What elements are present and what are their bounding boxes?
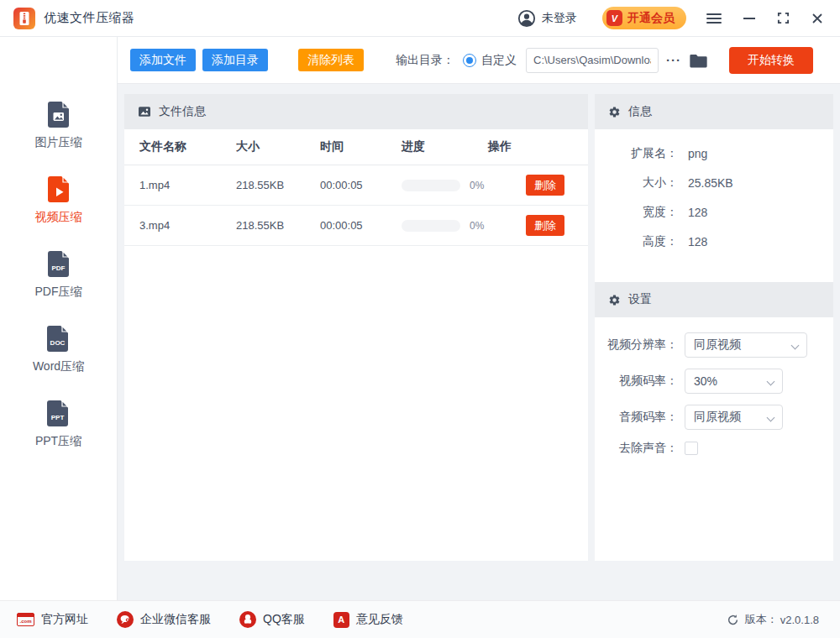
vip-button-label: 开通会员: [627, 11, 675, 26]
audio-bitrate-value: 同原视频: [694, 410, 741, 425]
video-bitrate-select[interactable]: 30%: [685, 369, 783, 394]
qq-icon: [239, 611, 256, 628]
info-value-size: 25.85KB: [688, 176, 733, 190]
sidebar-item-image-compress[interactable]: 图片压缩: [35, 99, 82, 150]
settings-panel-title: 设置: [628, 292, 652, 307]
title-bar: 优速文件压缩器 未登录 V 开通会员: [0, 0, 840, 37]
file-info-icon: [138, 105, 151, 118]
svg-text:PPT: PPT: [51, 414, 65, 421]
footer: .com 官方网址 企业微信客服 QQ客服 A: [0, 600, 840, 638]
info-value-height: 128: [688, 235, 707, 248]
qq-support-link[interactable]: QQ客服: [239, 611, 305, 628]
official-site-link[interactable]: .com 官方网址: [17, 612, 88, 627]
wechat-support-label: 企业微信客服: [140, 612, 211, 627]
sidebar-item-word-compress[interactable]: DOC Word压缩: [33, 323, 84, 374]
sidebar-item-video-compress[interactable]: 视频压缩: [35, 174, 82, 225]
col-progress: 进度: [402, 139, 488, 154]
sidebar-item-pdf-compress[interactable]: PDF PDF压缩: [35, 248, 82, 300]
delete-button[interactable]: 删除: [526, 215, 564, 236]
update-icon: [727, 614, 739, 626]
info-label-ext: 扩展名：: [595, 146, 678, 161]
version-box: 版本： v2.0.1.8: [727, 612, 819, 627]
open-vip-button[interactable]: V 开通会员: [602, 7, 686, 29]
wechat-support-link[interactable]: 企业微信客服: [117, 611, 211, 628]
settings-fields: 视频分辨率： 同原视频 视频码率： 30%: [595, 317, 833, 471]
progress-bar: [402, 180, 460, 191]
pdf-file-icon: PDF: [44, 248, 74, 279]
add-directory-button[interactable]: 添加目录: [202, 49, 268, 71]
menu-icon[interactable]: [706, 13, 722, 24]
start-convert-button[interactable]: 开始转换: [729, 47, 813, 74]
info-value-ext: png: [688, 147, 707, 160]
toolbar: 添加文件 添加目录 清除列表 输出目录： 自定义 ··· 开始转换: [118, 37, 840, 84]
info-label-width: 宽度：: [595, 205, 678, 220]
svg-text:DOC: DOC: [50, 339, 66, 347]
chevron-down-icon: [791, 342, 800, 350]
add-file-button[interactable]: 添加文件: [130, 49, 196, 71]
info-panel-header: 信息: [595, 94, 833, 129]
right-panel: 信息 扩展名： png 大小： 25.85KB 宽度：: [595, 94, 833, 561]
progress-percent: 0%: [470, 220, 484, 232]
user-avatar-icon: [517, 9, 536, 28]
sidebar-item-label: 图片压缩: [35, 135, 82, 150]
custom-output-radio[interactable]: [463, 54, 476, 67]
browse-more-button[interactable]: ···: [666, 53, 681, 67]
website-icon: .com: [17, 613, 34, 626]
col-time: 时间: [320, 139, 402, 154]
file-name: 3.mp4: [139, 219, 236, 232]
custom-output-label: 自定义: [481, 53, 517, 68]
audio-bitrate-label: 音频码率：: [595, 410, 678, 425]
version-value: v2.0.1.8: [780, 614, 819, 626]
file-time: 00:00:05: [320, 179, 402, 191]
video-bitrate-label: 视频码率：: [595, 374, 678, 389]
minimize-icon[interactable]: [743, 18, 755, 19]
remove-audio-label: 去除声音：: [595, 441, 678, 456]
info-value-width: 128: [688, 206, 707, 219]
clear-list-button[interactable]: 清除列表: [298, 49, 364, 71]
app-title: 优速文件压缩器: [44, 10, 135, 26]
info-panel-title: 信息: [628, 104, 652, 119]
delete-button[interactable]: 删除: [526, 175, 564, 196]
open-folder-icon[interactable]: [690, 53, 707, 68]
file-time: 00:00:05: [320, 219, 402, 232]
resolution-select[interactable]: 同原视频: [685, 332, 807, 358]
info-fields: 扩展名： png 大小： 25.85KB 宽度： 128 高度：: [595, 129, 833, 282]
user-login[interactable]: 未登录: [517, 9, 577, 28]
info-label-size: 大小：: [595, 175, 678, 191]
audio-bitrate-select[interactable]: 同原视频: [685, 405, 783, 430]
table-row: 1.mp4 218.55KB 00:00:05 0% 删除: [124, 165, 588, 206]
sidebar-item-ppt-compress[interactable]: PPT PPT压缩: [35, 398, 81, 449]
feedback-link[interactable]: A 意见反馈: [333, 612, 403, 628]
login-status: 未登录: [542, 11, 577, 26]
video-file-icon: [44, 174, 74, 204]
table-row: 3.mp4 218.55KB 00:00:05 0% 删除: [124, 206, 588, 246]
sidebar-item-label: PPT压缩: [35, 434, 81, 449]
vip-icon: V: [606, 10, 622, 26]
file-panel-title: 文件信息: [159, 104, 206, 119]
output-dir-label: 输出目录：: [396, 53, 454, 68]
version-label: 版本：: [745, 612, 778, 627]
image-file-icon: [44, 99, 74, 129]
file-size: 218.55KB: [236, 219, 320, 232]
gear-icon: [608, 106, 621, 118]
file-size: 218.55KB: [236, 179, 320, 191]
doc-file-icon: DOC: [43, 323, 73, 353]
sidebar-item-label: 视频压缩: [35, 210, 82, 225]
chevron-down-icon: [767, 414, 775, 422]
video-bitrate-value: 30%: [694, 374, 717, 388]
output-path-input[interactable]: [526, 48, 659, 73]
maximize-icon[interactable]: [777, 12, 790, 24]
col-filename: 文件名称: [139, 139, 236, 154]
sidebar-item-label: PDF压缩: [35, 285, 82, 300]
wechat-work-icon: [117, 611, 134, 628]
settings-panel-header: 设置: [595, 282, 833, 317]
sidebar: 图片压缩 视频压缩 PDF PDF压缩: [0, 37, 118, 600]
close-icon[interactable]: [811, 13, 823, 24]
official-site-label: 官方网址: [41, 612, 88, 627]
app-logo-icon: [13, 8, 35, 29]
remove-audio-checkbox[interactable]: [685, 442, 698, 455]
file-info-panel: 文件信息 文件名称 大小 时间 进度 操作 1.mp4 218.55KB 00:…: [124, 94, 588, 561]
table-header: 文件名称 大小 时间 进度 操作: [124, 129, 588, 165]
sidebar-item-label: Word压缩: [33, 359, 84, 374]
app-window: 优速文件压缩器 未登录 V 开通会员: [0, 0, 840, 638]
